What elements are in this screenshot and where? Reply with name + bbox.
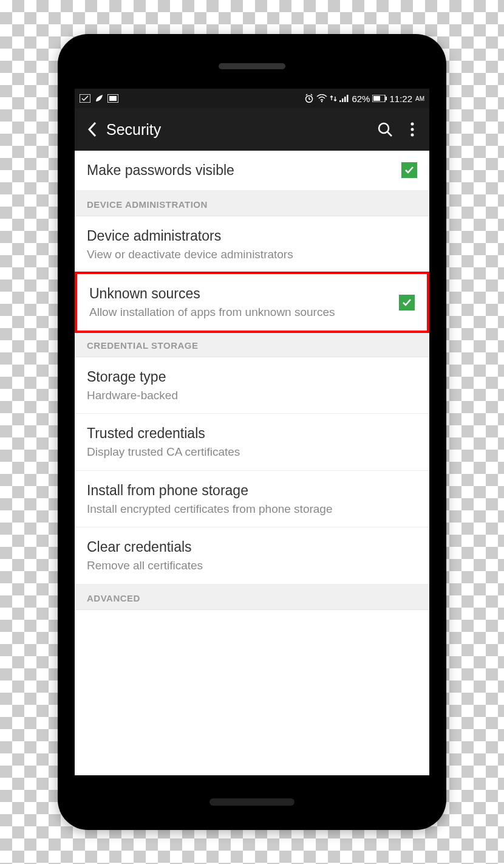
section-header-credential-storage: CREDENTIAL STORAGE — [75, 332, 429, 357]
app-bar: Security — [75, 108, 429, 151]
data-icon — [330, 94, 337, 103]
setting-title: Trusted credentials — [87, 425, 417, 442]
leaf-icon — [94, 94, 104, 103]
checkbox-checked-icon[interactable] — [399, 295, 415, 310]
page-title: Security — [104, 121, 369, 139]
svg-rect-5 — [339, 100, 341, 102]
screen: 62% 11:22 AM Security Ma — [75, 89, 429, 775]
sync-icon — [80, 94, 90, 103]
svg-point-4 — [321, 101, 322, 102]
setting-subtitle: Remove all certificates — [87, 558, 417, 573]
setting-clear-credentials[interactable]: Clear credentials Remove all certificate… — [75, 527, 429, 585]
alarm-icon — [304, 94, 314, 103]
battery-percent: 62% — [352, 94, 370, 104]
svg-rect-10 — [373, 96, 380, 101]
status-bar: 62% 11:22 AM — [75, 89, 429, 108]
setting-title: Install from phone storage — [87, 482, 417, 499]
setting-subtitle: Display trusted CA certificates — [87, 445, 417, 459]
home-slot — [209, 798, 295, 806]
svg-rect-2 — [109, 96, 117, 101]
highlight-annotation: Unknown sources Allow installation of ap… — [75, 272, 429, 333]
setting-title: Device administrators — [87, 227, 417, 245]
wifi-icon — [316, 94, 327, 103]
svg-rect-6 — [342, 98, 344, 102]
setting-title: Unknown sources — [89, 285, 390, 303]
search-button[interactable] — [369, 117, 401, 142]
phone-frame: 62% 11:22 AM Security Ma — [58, 34, 446, 830]
back-button[interactable] — [81, 116, 104, 143]
setting-storage-type[interactable]: Storage type Hardware-backed — [75, 357, 429, 414]
svg-rect-11 — [386, 97, 387, 100]
battery-icon — [372, 95, 387, 102]
signal-icon — [339, 94, 349, 103]
svg-point-13 — [411, 123, 414, 126]
setting-title: Make passwords visible — [87, 162, 393, 179]
setting-unknown-sources[interactable]: Unknown sources Allow installation of ap… — [77, 274, 427, 331]
setting-subtitle: Allow installation of apps from unknown … — [89, 305, 390, 320]
clock-time: 11:22 — [389, 94, 412, 104]
setting-subtitle: Hardware-backed — [87, 388, 417, 403]
setting-title: Storage type — [87, 368, 417, 386]
setting-make-passwords-visible[interactable]: Make passwords visible — [75, 151, 429, 191]
svg-point-15 — [411, 134, 414, 137]
section-header-advanced: ADVANCED — [75, 585, 429, 610]
svg-rect-7 — [344, 97, 346, 102]
app-icon — [107, 94, 118, 103]
setting-subtitle: Install encrypted certificates from phon… — [87, 502, 417, 516]
setting-subtitle: View or deactivate device administrators — [87, 247, 417, 262]
svg-point-12 — [379, 123, 389, 133]
clock-ampm: AM — [415, 95, 424, 102]
settings-list: Make passwords visible DEVICE ADMINISTRA… — [75, 151, 429, 610]
setting-trusted-credentials[interactable]: Trusted credentials Display trusted CA c… — [75, 414, 429, 471]
setting-install-from-storage[interactable]: Install from phone storage Install encry… — [75, 471, 429, 528]
overflow-menu-button[interactable] — [401, 117, 423, 142]
earpiece — [219, 63, 285, 69]
setting-title: Clear credentials — [87, 538, 417, 556]
setting-device-administrators[interactable]: Device administrators View or deactivate… — [75, 216, 429, 273]
checkbox-checked-icon[interactable] — [401, 162, 417, 178]
svg-rect-8 — [347, 95, 349, 102]
svg-point-14 — [411, 128, 414, 131]
section-header-device-admin: DEVICE ADMINISTRATION — [75, 191, 429, 216]
